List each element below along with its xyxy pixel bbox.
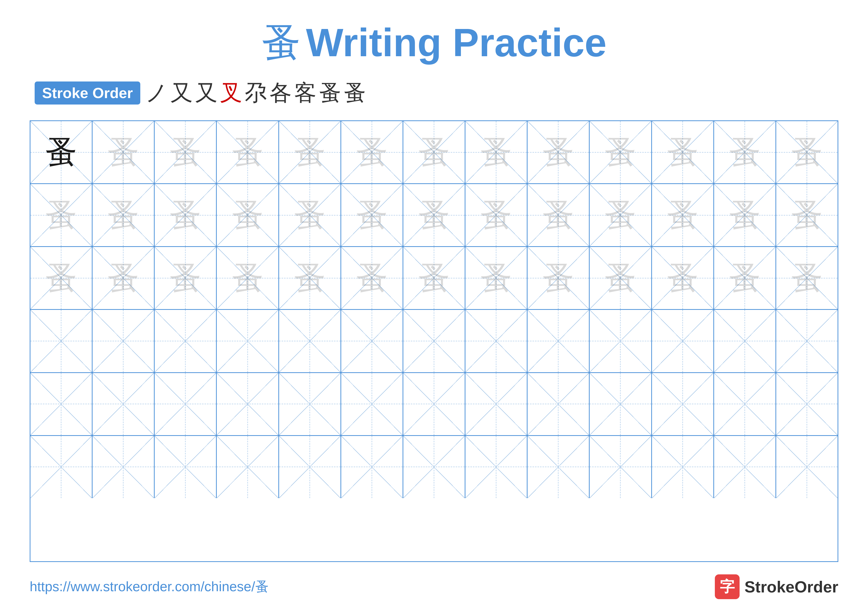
cell-diag — [590, 436, 651, 498]
cell-2-6[interactable]: 蚤 — [341, 184, 403, 246]
cell-5-12[interactable] — [714, 373, 776, 435]
cell-3-13[interactable]: 蚤 — [776, 247, 837, 309]
char-ghost: 蚤 — [232, 193, 264, 237]
cell-6-5[interactable] — [279, 436, 341, 498]
cell-4-3[interactable] — [155, 310, 217, 372]
cell-2-11[interactable]: 蚤 — [652, 184, 714, 246]
cell-5-6[interactable] — [341, 373, 403, 435]
cell-5-9[interactable] — [527, 373, 590, 435]
cell-4-9[interactable] — [527, 310, 590, 372]
cell-1-3[interactable]: 蚤 — [155, 121, 217, 183]
cell-3-6[interactable]: 蚤 — [341, 247, 403, 309]
cell-2-3[interactable]: 蚤 — [155, 184, 217, 246]
cell-5-13[interactable] — [776, 373, 837, 435]
cell-diag — [714, 373, 775, 435]
cell-2-10[interactable]: 蚤 — [590, 184, 652, 246]
cell-1-11[interactable]: 蚤 — [652, 121, 714, 183]
cell-2-9[interactable]: 蚤 — [527, 184, 590, 246]
cell-3-12[interactable]: 蚤 — [714, 247, 776, 309]
cell-6-7[interactable] — [403, 436, 465, 498]
cell-4-4[interactable] — [217, 310, 279, 372]
cell-3-4[interactable]: 蚤 — [217, 247, 279, 309]
cell-3-1[interactable]: 蚤 — [31, 247, 93, 309]
cell-diag — [93, 310, 154, 372]
cell-4-2[interactable] — [93, 310, 155, 372]
cell-3-5[interactable]: 蚤 — [279, 247, 341, 309]
cell-2-12[interactable]: 蚤 — [714, 184, 776, 246]
cell-1-4[interactable]: 蚤 — [217, 121, 279, 183]
cell-1-2[interactable]: 蚤 — [93, 121, 155, 183]
cell-1-6[interactable]: 蚤 — [341, 121, 403, 183]
cell-4-13[interactable] — [776, 310, 837, 372]
cell-5-8[interactable] — [465, 373, 527, 435]
cell-6-4[interactable] — [217, 436, 279, 498]
cell-diag — [93, 373, 154, 435]
cell-3-2[interactable]: 蚤 — [93, 247, 155, 309]
cell-4-5[interactable] — [279, 310, 341, 372]
grid-row-6 — [31, 436, 837, 498]
cell-2-2[interactable]: 蚤 — [93, 184, 155, 246]
cell-5-1[interactable] — [31, 373, 93, 435]
cell-diag — [217, 436, 278, 498]
cell-6-11[interactable] — [652, 436, 714, 498]
cell-6-2[interactable] — [93, 436, 155, 498]
cell-6-6[interactable] — [341, 436, 403, 498]
char-ghost: 蚤 — [356, 131, 388, 174]
title-section: 蚤 Writing Practice — [261, 20, 606, 65]
cell-2-8[interactable]: 蚤 — [465, 184, 527, 246]
footer-url[interactable]: https://www.strokeorder.com/chinese/蚤 — [30, 578, 269, 596]
cell-2-7[interactable]: 蚤 — [403, 184, 465, 246]
char-ghost: 蚤 — [107, 256, 139, 300]
cell-1-8[interactable]: 蚤 — [465, 121, 527, 183]
logo-char: 字 — [720, 577, 735, 597]
cell-1-12[interactable]: 蚤 — [714, 121, 776, 183]
cell-5-4[interactable] — [217, 373, 279, 435]
char-ghost: 蚤 — [356, 256, 388, 300]
cell-4-12[interactable] — [714, 310, 776, 372]
char-ghost: 蚤 — [418, 131, 450, 174]
cell-4-6[interactable] — [341, 310, 403, 372]
cell-2-4[interactable]: 蚤 — [217, 184, 279, 246]
char-ghost: 蚤 — [107, 131, 139, 174]
cell-3-3[interactable]: 蚤 — [155, 247, 217, 309]
cell-diag — [776, 310, 837, 372]
char-ghost: 蚤 — [666, 193, 699, 237]
cell-1-10[interactable]: 蚤 — [590, 121, 652, 183]
cell-3-10[interactable]: 蚤 — [590, 247, 652, 309]
cell-4-11[interactable] — [652, 310, 714, 372]
cell-2-1[interactable]: 蚤 — [31, 184, 93, 246]
cell-1-7[interactable]: 蚤 — [403, 121, 465, 183]
cell-6-1[interactable] — [31, 436, 93, 498]
cell-5-11[interactable] — [652, 373, 714, 435]
cell-4-8[interactable] — [465, 310, 527, 372]
cell-6-9[interactable] — [527, 436, 590, 498]
cell-diag — [217, 373, 278, 435]
cell-diag — [465, 373, 527, 435]
cell-1-13[interactable]: 蚤 — [776, 121, 837, 183]
cell-6-13[interactable] — [776, 436, 837, 498]
cell-6-8[interactable] — [465, 436, 527, 498]
cell-4-1[interactable] — [31, 310, 93, 372]
cell-6-10[interactable] — [590, 436, 652, 498]
cell-1-1[interactable]: 蚤 — [31, 121, 93, 183]
cell-5-7[interactable] — [403, 373, 465, 435]
char-ghost: 蚤 — [729, 193, 761, 237]
cell-2-5[interactable]: 蚤 — [279, 184, 341, 246]
cell-1-9[interactable]: 蚤 — [527, 121, 590, 183]
stroke-sequence: ノ 又 又 叉 尕 各 客 蚤 蚤 — [145, 78, 366, 108]
cell-5-3[interactable] — [155, 373, 217, 435]
cell-diag — [279, 310, 341, 372]
cell-4-10[interactable] — [590, 310, 652, 372]
cell-5-2[interactable] — [93, 373, 155, 435]
cell-3-9[interactable]: 蚤 — [527, 247, 590, 309]
cell-1-5[interactable]: 蚤 — [279, 121, 341, 183]
cell-6-3[interactable] — [155, 436, 217, 498]
cell-3-8[interactable]: 蚤 — [465, 247, 527, 309]
cell-6-12[interactable] — [714, 436, 776, 498]
cell-3-7[interactable]: 蚤 — [403, 247, 465, 309]
cell-5-5[interactable] — [279, 373, 341, 435]
cell-2-13[interactable]: 蚤 — [776, 184, 837, 246]
cell-3-11[interactable]: 蚤 — [652, 247, 714, 309]
cell-5-10[interactable] — [590, 373, 652, 435]
cell-4-7[interactable] — [403, 310, 465, 372]
